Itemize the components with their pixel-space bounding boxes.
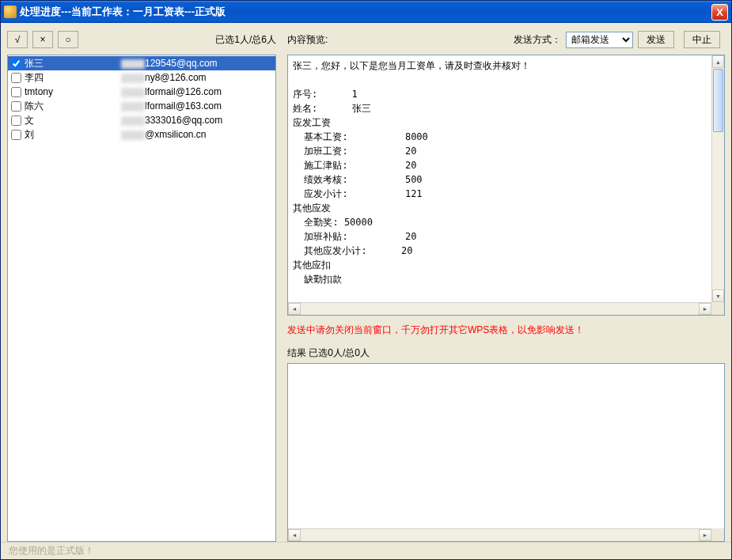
scroll-corner: [711, 528, 724, 541]
list-item[interactable]: tmtonylformail@126.com: [8, 85, 275, 99]
status-text: 您使用的是正式版！: [9, 544, 94, 558]
recipient-list[interactable]: 张三129545@qq.com李四ny8@126.comtmtonylforma…: [7, 55, 276, 542]
scroll-right-icon[interactable]: ►: [699, 303, 711, 315]
scroll-left-icon[interactable]: ◄: [288, 303, 301, 315]
list-item-name: tmtony: [25, 86, 121, 97]
left-toolbar: √ × ○ 已选1人/总6人: [7, 29, 276, 50]
result-label: 结果 已选0人/总0人: [287, 346, 725, 360]
list-item-name: 陈六: [25, 100, 121, 113]
preview-vscrollbar[interactable]: ▲ ▼: [711, 55, 724, 302]
list-item-checkbox[interactable]: [11, 101, 21, 112]
redacted-prefix: [121, 116, 145, 126]
list-item-name: 刘: [25, 128, 121, 142]
list-item-email: lformail@163.com: [121, 100, 272, 112]
list-item-name: 张三: [25, 57, 121, 70]
list-item-checkbox[interactable]: [11, 87, 21, 97]
list-item-email: ny8@126.com: [121, 72, 272, 83]
redacted-prefix: [121, 88, 145, 97]
preview-box: 张三，您好，以下是您当月工资单，请及时查收并核对！ 序号: 1 姓名: 张三 应…: [287, 55, 725, 316]
list-item[interactable]: 文3333016@qq.com: [8, 113, 275, 127]
list-item[interactable]: 张三129545@qq.com: [8, 56, 275, 70]
scroll-down-icon[interactable]: ▼: [712, 289, 724, 302]
window-title: 处理进度---当前工作表：一月工资表---正式版: [20, 5, 711, 19]
titlebar: 处理进度---当前工作表：一月工资表---正式版 X: [1, 1, 731, 23]
preview-label: 内容预览:: [287, 33, 328, 47]
list-item-checkbox[interactable]: [11, 115, 21, 126]
scroll-thumb[interactable]: [713, 69, 723, 132]
preview-text[interactable]: 张三，您好，以下是您当月工资单，请及时查收并核对！ 序号: 1 姓名: 张三 应…: [288, 55, 711, 302]
list-item-name: 李四: [25, 71, 121, 85]
selection-count: 已选1人/总6人: [215, 33, 276, 47]
result-hscrollbar[interactable]: ◄ ►: [288, 528, 711, 541]
list-item-email: 129545@qq.com: [121, 58, 272, 69]
preview-hscrollbar[interactable]: ◄ ►: [288, 302, 711, 315]
list-item-checkbox[interactable]: [11, 59, 21, 69]
invert-selection-button[interactable]: ○: [58, 31, 78, 48]
result-box: ◄ ►: [287, 363, 725, 542]
right-panel: 内容预览: 发送方式： 邮箱发送 发送 中止 张三，您好，以下是您当月工资单，请…: [287, 29, 725, 542]
check-all-button[interactable]: √: [7, 31, 28, 48]
list-item-email: lformail@126.com: [121, 86, 272, 97]
redacted-prefix: [121, 74, 145, 83]
statusbar: 您使用的是正式版！: [1, 542, 731, 559]
scroll-corner: [711, 302, 724, 315]
send-button[interactable]: 发送: [638, 31, 674, 48]
send-method-label: 发送方式：: [514, 33, 561, 47]
list-item-email: @xmsilicon.cn: [121, 129, 272, 140]
list-item[interactable]: 李四ny8@126.com: [8, 70, 275, 85]
list-item-name: 文: [25, 114, 121, 127]
warning-text: 发送中请勿关闭当前窗口，千万勿打开其它WPS表格，以免影响发送！: [287, 324, 725, 337]
list-item-checkbox[interactable]: [11, 130, 21, 140]
send-method-select[interactable]: 邮箱发送: [566, 32, 633, 48]
scroll-left-icon[interactable]: ◄: [288, 529, 301, 541]
right-toolbar: 内容预览: 发送方式： 邮箱发送 发送 中止: [287, 29, 725, 50]
redacted-prefix: [121, 59, 145, 69]
close-button[interactable]: X: [711, 4, 728, 21]
redacted-prefix: [121, 102, 145, 112]
scroll-right-icon[interactable]: ►: [699, 529, 711, 541]
list-item[interactable]: 陈六lformail@163.com: [8, 99, 275, 113]
left-panel: √ × ○ 已选1人/总6人 张三129545@qq.com李四ny8@126.…: [7, 29, 276, 542]
app-window: 处理进度---当前工作表：一月工资表---正式版 X √ × ○ 已选1人/总6…: [0, 0, 732, 560]
scroll-up-icon[interactable]: ▲: [712, 55, 724, 68]
stop-button[interactable]: 中止: [684, 31, 720, 48]
app-icon: [4, 6, 17, 18]
list-item[interactable]: 刘@xmsilicon.cn: [8, 127, 275, 142]
list-item-email: 3333016@qq.com: [121, 115, 272, 126]
redacted-prefix: [121, 131, 145, 140]
list-item-checkbox[interactable]: [11, 73, 21, 83]
content-area: √ × ○ 已选1人/总6人 张三129545@qq.com李四ny8@126.…: [1, 23, 731, 542]
uncheck-all-button[interactable]: ×: [32, 31, 53, 48]
